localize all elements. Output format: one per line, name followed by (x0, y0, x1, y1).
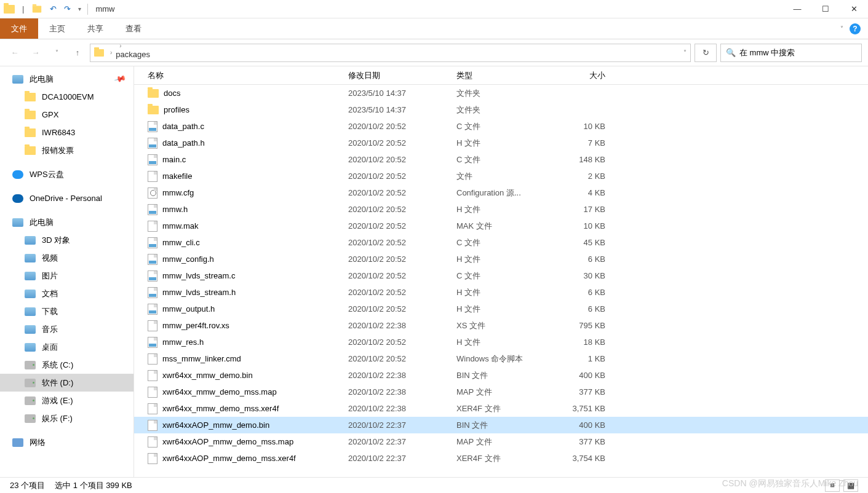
breadcrumb-dropdown[interactable]: ˅ (683, 49, 687, 56)
nav-bar: ← → ˅ ↑ › 此电脑›软件 (D:)›TI_SDK›mmwave_sdk_… (0, 39, 868, 66)
sidebar-pc-item[interactable]: 图片 (0, 267, 133, 285)
file-type: BIN 文件 (456, 420, 552, 431)
qat-undo[interactable]: ↶ (46, 4, 60, 14)
table-row[interactable]: profiles2023/5/10 14:37文件夹 (134, 101, 868, 118)
view-details-button[interactable]: ≡ (825, 479, 840, 492)
titlebar: | ↶ ↷ ▾ mmw — ☐ ✕ (0, 0, 868, 18)
sidebar-pc-item[interactable]: 娱乐 (F:) (0, 409, 133, 427)
table-row[interactable]: xwr64xx_mmw_demo_mss.map2020/10/2 22:38M… (134, 384, 868, 400)
table-row[interactable]: data_path.c2020/10/2 20:52C 文件10 KB (134, 118, 868, 135)
file-list[interactable]: docs2023/5/10 14:37文件夹profiles2023/5/10 … (134, 85, 868, 477)
table-row[interactable]: mmw_output.h2020/10/2 20:52H 文件6 KB (134, 301, 868, 317)
file-icon (148, 370, 157, 381)
file-icon (148, 138, 157, 149)
sidebar-pc-item[interactable]: 视频 (0, 249, 133, 267)
drive-icon (25, 290, 36, 298)
history-dropdown[interactable]: ˅ (48, 44, 65, 61)
content: 名称 修改日期 类型 大小 docs2023/5/10 14:37文件夹prof… (134, 66, 868, 477)
view-icons-button[interactable]: ▦ (843, 479, 858, 492)
sidebar-pc-item[interactable]: 音乐 (0, 320, 133, 338)
sidebar-pc-item[interactable]: 系统 (C:) (0, 356, 133, 374)
table-row[interactable]: mmw_lvds_stream.c2020/10/2 20:52C 文件30 K… (134, 267, 868, 284)
table-row[interactable]: mmw_cli.c2020/10/2 20:52C 文件45 KB (134, 234, 868, 251)
tab-file[interactable]: 文件 (0, 18, 38, 39)
back-button[interactable]: ← (6, 44, 23, 61)
ribbon-expand-icon[interactable]: ˅ (840, 25, 843, 32)
separator (87, 4, 88, 15)
close-button[interactable]: ✕ (840, 0, 868, 18)
table-row[interactable]: docs2023/5/10 14:37文件夹 (134, 85, 868, 101)
table-row[interactable]: makefile2020/10/2 20:52文件2 KB (134, 168, 868, 184)
sidebar-pc-item[interactable]: 下载 (0, 302, 133, 320)
sidebar-onedrive[interactable]: OneDrive - Personal (0, 189, 133, 207)
file-type: C 文件 (456, 154, 552, 165)
file-name: profiles (164, 105, 189, 114)
tab-share[interactable]: 共享 (76, 18, 114, 39)
drive-icon (25, 396, 36, 405)
col-date[interactable]: 修改日期 (348, 70, 456, 81)
sidebar-network[interactable]: 网络 (0, 433, 133, 451)
sidebar-quick-item[interactable]: DCA1000EVM (0, 88, 133, 106)
sidebar-pc-item[interactable]: 软件 (D:) (0, 374, 133, 392)
sidebar-wps[interactable]: WPS云盘 (0, 165, 133, 183)
qat-sep: | (18, 4, 28, 14)
qat-redo[interactable]: ↷ (60, 4, 74, 14)
file-type: XER4F 文件 (456, 403, 552, 414)
qat-open-icon[interactable] (33, 6, 41, 12)
col-size[interactable]: 大小 (552, 70, 605, 81)
minimize-button[interactable]: — (783, 0, 811, 18)
table-row[interactable]: xwr64xx_mmw_demo.bin2020/10/2 22:38BIN 文… (134, 367, 868, 384)
table-row[interactable]: xwr64xxAOP_mmw_demo_mss.map2020/10/2 22:… (134, 433, 868, 450)
sidebar-quick-item[interactable]: IWR6843 (0, 124, 133, 141)
maximize-button[interactable]: ☐ (811, 0, 840, 18)
file-date: 2020/10/2 20:52 (348, 172, 456, 181)
file-date: 2020/10/2 20:52 (348, 337, 456, 347)
quick-access-pc[interactable]: 此电脑 📌 (0, 70, 133, 88)
file-type: H 文件 (456, 138, 552, 149)
table-row[interactable]: data_path.h2020/10/2 20:52H 文件7 KB (134, 135, 868, 151)
sidebar-item-label: 网络 (30, 437, 46, 448)
sidebar-pc-item[interactable]: 文档 (0, 285, 133, 302)
table-row[interactable]: mmw.cfg2020/10/2 20:52Configuration 源...… (134, 184, 868, 201)
table-row[interactable]: mmw_per4ft.rov.xs2020/10/2 22:38XS 文件795… (134, 317, 868, 334)
file-date: 2023/5/10 14:37 (348, 89, 456, 98)
file-name: mmw_output.h (162, 304, 215, 314)
sidebar-pc-item[interactable]: 3D 对象 (0, 231, 133, 249)
breadcrumb-segment[interactable]: packages (116, 50, 218, 59)
sidebar-quick-item[interactable]: GPX (0, 106, 133, 124)
table-row[interactable]: mmw.mak2020/10/2 20:52MAK 文件10 KB (134, 218, 868, 234)
tab-home[interactable]: 主页 (38, 18, 76, 39)
help-icon[interactable]: ? (850, 23, 861, 34)
sidebar-pc-item[interactable]: 游戏 (E:) (0, 392, 133, 409)
refresh-button[interactable]: ↻ (695, 44, 717, 62)
col-type[interactable]: 类型 (456, 70, 552, 81)
file-size: 6 KB (552, 288, 605, 297)
qat-dropdown[interactable]: ▾ (74, 6, 85, 12)
file-size: 3,754 KB (552, 454, 605, 463)
table-row[interactable]: main.c2020/10/2 20:52C 文件148 KB (134, 151, 868, 168)
forward-button[interactable]: → (27, 44, 44, 61)
file-name: mmw_config.h (162, 254, 214, 264)
table-row[interactable]: mmw.h2020/10/2 20:52H 文件17 KB (134, 201, 868, 218)
table-row[interactable]: xwr64xxAOP_mmw_demo_mss.xer4f2020/10/2 2… (134, 450, 868, 467)
table-row[interactable]: mss_mmw_linker.cmd2020/10/2 20:52Windows… (134, 350, 868, 367)
tab-view[interactable]: 查看 (114, 18, 153, 39)
table-row[interactable]: xwr64xxAOP_mmw_demo.bin2020/10/2 22:37BI… (134, 417, 868, 433)
folder-icon (25, 111, 36, 119)
sidebar-pc-item[interactable]: 桌面 (0, 338, 133, 356)
breadcrumb[interactable]: › 此电脑›软件 (D:)›TI_SDK›mmwave_sdk_03_05_00… (90, 44, 691, 62)
sidebar-quick-item[interactable]: 报销发票 (0, 141, 133, 159)
table-row[interactable]: mmw_lvds_stream.h2020/10/2 20:52H 文件6 KB (134, 284, 868, 301)
pc-icon (12, 75, 23, 84)
file-type: C 文件 (456, 121, 552, 132)
file-name: data_path.c (162, 122, 204, 131)
up-button[interactable]: ↑ (69, 44, 86, 61)
col-name[interactable]: 名称 (148, 70, 348, 81)
table-row[interactable]: xwr64xx_mmw_demo_mss.xer4f2020/10/2 22:3… (134, 400, 868, 417)
table-row[interactable]: mmw_config.h2020/10/2 20:52H 文件6 KB (134, 251, 868, 267)
sidebar-this-pc[interactable]: 此电脑 (0, 213, 133, 231)
table-row[interactable]: mmw_res.h2020/10/2 20:52H 文件18 KB (134, 334, 868, 350)
search-input[interactable]: 🔍 在 mmw 中搜索 (720, 44, 862, 62)
drive-icon (25, 307, 36, 316)
file-date: 2020/10/2 22:37 (348, 437, 456, 446)
